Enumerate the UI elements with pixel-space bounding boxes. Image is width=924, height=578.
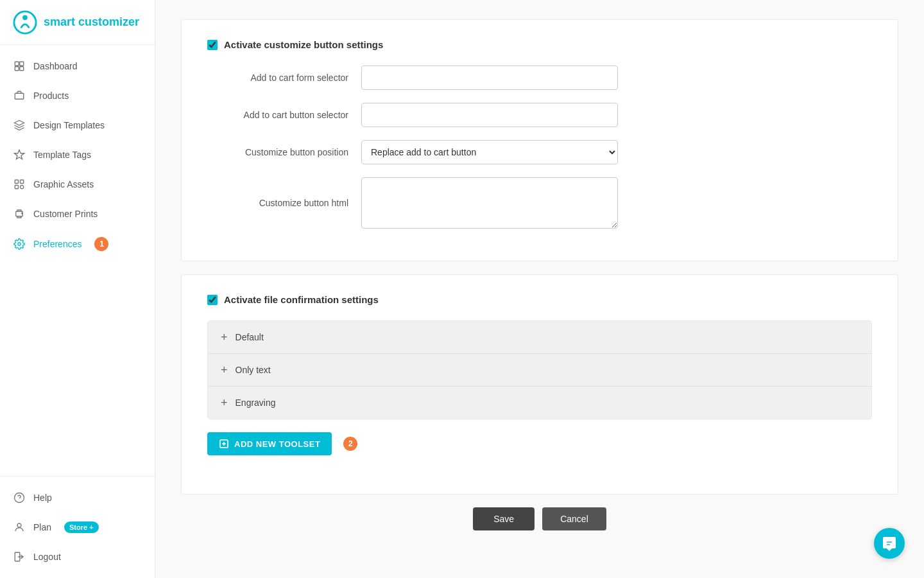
sidebar-item-label-graphic-assets: Graphic Assets bbox=[33, 179, 94, 189]
customize-button-html-row: Customize button html bbox=[207, 177, 872, 229]
chat-bubble-button[interactable] bbox=[874, 528, 905, 559]
app-name: smart customizer bbox=[44, 15, 139, 29]
customize-button-position-select[interactable]: Replace add to cart button Before add to… bbox=[361, 140, 618, 164]
activate-file-confirm-title: Activate file confirmation settings bbox=[224, 294, 379, 305]
sidebar-item-label-logout: Logout bbox=[33, 552, 61, 562]
help-icon bbox=[13, 491, 26, 504]
sidebar-item-label-preferences: Preferences bbox=[33, 239, 81, 249]
sidebar-item-plan[interactable]: Plan Store + bbox=[0, 512, 155, 542]
activate-customize-checkbox[interactable] bbox=[207, 40, 218, 50]
customize-button-html-textarea[interactable] bbox=[361, 177, 618, 229]
svg-rect-8 bbox=[21, 180, 24, 183]
sidebar-item-label-design-templates: Design Templates bbox=[33, 120, 105, 130]
add-to-cart-button-label: Add to cart button selector bbox=[207, 110, 361, 120]
sidebar-item-label-products: Products bbox=[33, 91, 69, 101]
plan-store-badge: Store + bbox=[64, 521, 99, 533]
file-confirmation-header: Activate file confirmation settings bbox=[207, 294, 872, 305]
customer-prints-icon bbox=[13, 207, 26, 220]
svg-point-13 bbox=[18, 243, 21, 246]
svg-marker-6 bbox=[15, 150, 24, 159]
svg-point-1 bbox=[22, 15, 28, 20]
accordion-item-engraving[interactable]: + Engraving bbox=[208, 387, 871, 419]
template-tags-icon bbox=[13, 148, 26, 161]
sidebar-nav: Dashboard Products Design Templates Temp… bbox=[0, 45, 155, 476]
svg-rect-3 bbox=[20, 62, 24, 66]
add-to-cart-form-row: Add to cart form selector bbox=[207, 66, 872, 90]
sidebar-item-label-dashboard: Dashboard bbox=[33, 61, 78, 71]
sidebar-item-preferences[interactable]: Preferences 1 bbox=[0, 229, 155, 259]
add-to-cart-button-input[interactable] bbox=[361, 103, 618, 127]
accordion-plus-only-text: + bbox=[221, 364, 228, 376]
sidebar-item-design-templates[interactable]: Design Templates bbox=[0, 110, 155, 140]
add-to-cart-form-input[interactable] bbox=[361, 66, 618, 90]
accordion-label-only-text: Only text bbox=[235, 365, 271, 375]
customize-button-section: Activate customize button settings Add t… bbox=[181, 19, 898, 261]
products-icon bbox=[13, 89, 26, 102]
customize-button-html-label: Customize button html bbox=[207, 198, 361, 208]
save-cancel-row: Save Cancel bbox=[181, 507, 898, 530]
svg-point-14 bbox=[15, 493, 24, 503]
customize-button-position-row: Customize button position Replace add to… bbox=[207, 140, 872, 164]
sidebar-item-logout[interactable]: Logout bbox=[0, 542, 155, 572]
customize-button-position-label: Customize button position bbox=[207, 147, 361, 157]
sidebar-item-graphic-assets[interactable]: Graphic Assets bbox=[0, 170, 155, 199]
sidebar-bottom: Help Plan Store + Logout bbox=[0, 476, 155, 578]
sidebar-item-label-template-tags: Template Tags bbox=[33, 150, 91, 160]
cancel-button[interactable]: Cancel bbox=[542, 507, 606, 530]
sidebar-item-label-plan: Plan bbox=[33, 522, 51, 532]
preferences-icon bbox=[13, 238, 26, 250]
save-button[interactable]: Save bbox=[473, 507, 535, 530]
svg-rect-4 bbox=[15, 67, 19, 71]
add-to-cart-form-label: Add to cart form selector bbox=[207, 73, 361, 83]
add-toolset-icon bbox=[219, 439, 229, 449]
sidebar-item-products[interactable]: Products bbox=[0, 81, 155, 110]
sidebar-item-customer-prints[interactable]: Customer Prints bbox=[0, 199, 155, 229]
sidebar: smart customizer Dashboard Products Desi… bbox=[0, 0, 155, 578]
chat-bubble-icon bbox=[882, 536, 897, 551]
toolset-badge: 2 bbox=[343, 437, 357, 451]
accordion-label-engraving: Engraving bbox=[235, 398, 276, 408]
logout-icon bbox=[13, 550, 26, 563]
graphic-assets-icon bbox=[13, 178, 26, 191]
svg-point-12 bbox=[22, 213, 23, 215]
action-row: ADD NEW TOOLSET 2 bbox=[207, 432, 872, 455]
main-content: Activate customize button settings Add t… bbox=[155, 0, 924, 578]
accordion-plus-engraving: + bbox=[221, 397, 228, 408]
sidebar-item-dashboard[interactable]: Dashboard bbox=[0, 51, 155, 81]
design-templates-icon bbox=[13, 119, 26, 132]
activate-customize-title: Activate customize button settings bbox=[224, 39, 383, 50]
svg-point-0 bbox=[14, 11, 36, 33]
preferences-badge: 1 bbox=[94, 237, 108, 251]
svg-rect-7 bbox=[15, 180, 18, 183]
sidebar-item-label-help: Help bbox=[33, 493, 52, 503]
activate-file-confirm-checkbox[interactable] bbox=[207, 295, 218, 305]
svg-rect-5 bbox=[20, 67, 24, 71]
sidebar-logo: smart customizer bbox=[0, 0, 155, 45]
accordion-plus-default: + bbox=[221, 331, 228, 343]
sidebar-item-template-tags[interactable]: Template Tags bbox=[0, 140, 155, 170]
accordion-container: + Default + Only text + Engraving bbox=[207, 320, 872, 419]
accordion-label-default: Default bbox=[235, 332, 264, 342]
add-toolset-button[interactable]: ADD NEW TOOLSET bbox=[207, 432, 332, 455]
svg-rect-9 bbox=[15, 186, 18, 189]
accordion-item-only-text[interactable]: + Only text bbox=[208, 354, 871, 387]
customize-button-header: Activate customize button settings bbox=[207, 39, 872, 50]
app-logo-icon bbox=[13, 10, 37, 35]
dashboard-icon bbox=[13, 60, 26, 73]
svg-point-10 bbox=[21, 186, 24, 189]
plan-icon bbox=[13, 521, 26, 534]
add-to-cart-button-row: Add to cart button selector bbox=[207, 103, 872, 127]
svg-rect-2 bbox=[15, 62, 19, 66]
sidebar-item-help[interactable]: Help bbox=[0, 483, 155, 512]
file-confirmation-section: Activate file confirmation settings + De… bbox=[181, 274, 898, 495]
sidebar-item-label-customer-prints: Customer Prints bbox=[33, 209, 98, 219]
accordion-item-default[interactable]: + Default bbox=[208, 321, 871, 354]
svg-point-16 bbox=[17, 523, 21, 527]
add-toolset-label: ADD NEW TOOLSET bbox=[234, 439, 320, 449]
